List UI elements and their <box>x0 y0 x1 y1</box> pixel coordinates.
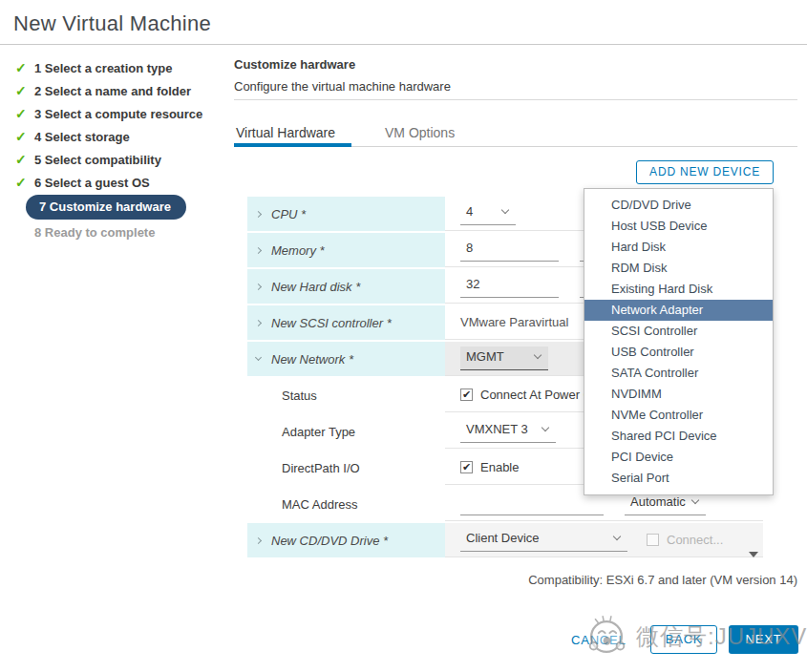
mac-mode-value: Automatic <box>630 494 686 509</box>
menu-item-nvme-controller[interactable]: NVMe Controller <box>584 405 773 426</box>
cpu-count-value: 4 <box>466 204 473 219</box>
network-row-label-cell[interactable]: New Network * <box>247 342 445 376</box>
step-label: 3 Select a compute resource <box>34 107 202 121</box>
check-icon <box>15 129 34 144</box>
network-row-label: New Network * <box>271 352 353 367</box>
mac-address-input[interactable] <box>460 492 604 515</box>
directpath-enable-label: Enable <box>480 460 519 474</box>
adapter-type-row-label: Adapter Type <box>282 425 355 439</box>
step-6-select-guest-os[interactable]: 6 Select a guest OS <box>0 171 231 194</box>
chevron-right-icon <box>255 210 262 217</box>
check-icon <box>15 60 34 75</box>
menu-item-scsi-controller[interactable]: SCSI Controller <box>584 321 773 342</box>
memory-size-input[interactable]: 8 <box>460 238 559 262</box>
check-icon <box>15 175 34 190</box>
menu-item-nvdimm[interactable]: NVDIMM <box>584 384 773 405</box>
chevron-right-icon <box>255 246 262 253</box>
cancel-button[interactable]: CANCEL <box>571 633 626 647</box>
add-new-device-button[interactable]: ADD NEW DEVICE <box>636 160 774 184</box>
menu-item-host-usb-device[interactable]: Host USB Device <box>584 216 773 237</box>
menu-item-hard-disk[interactable]: Hard Disk <box>584 237 773 258</box>
menu-item-shared-pci-device[interactable]: Shared PCI Device <box>584 426 773 447</box>
cd-dvd-connect-label: Connect... <box>667 533 723 547</box>
menu-item-network-adapter[interactable]: Network Adapter <box>584 300 773 321</box>
back-button[interactable]: BACK <box>650 625 717 654</box>
cd-dvd-source-select[interactable]: Client Device <box>460 528 627 552</box>
chevron-down-icon <box>534 350 542 358</box>
adapter-type-row-label-cell: Adapter Type <box>247 414 445 449</box>
chevron-right-icon <box>255 319 262 326</box>
menu-item-pci-device[interactable]: PCI Device <box>584 447 773 468</box>
menu-item-serial-port[interactable]: Serial Port <box>584 468 773 489</box>
title-divider <box>0 44 807 45</box>
scsi-row-label: New SCSI controller * <box>271 316 392 330</box>
connect-at-power-on-label: Connect At Power On <box>480 388 600 402</box>
menu-item-rdm-disk[interactable]: RDM Disk <box>584 258 773 279</box>
mac-row-label-cell: MAC Address <box>247 487 445 521</box>
compatibility-text: Compatibility: ESXi 6.7 and later (VM ve… <box>528 573 797 587</box>
hard-disk-row-label-cell[interactable]: New Hard disk * <box>247 269 445 304</box>
table-row-cd-dvd: New CD/DVD Drive * Client Device Connect… <box>247 523 763 557</box>
menu-item-existing-hard-disk[interactable]: Existing Hard Disk <box>584 279 773 300</box>
new-vm-wizard-dialog: New Virtual Machine 1 Select a creation … <box>0 0 807 672</box>
step-2-select-name-folder[interactable]: 2 Select a name and folder <box>0 79 231 102</box>
cd-dvd-row-label-cell[interactable]: New CD/DVD Drive * <box>247 523 445 557</box>
adapter-type-select[interactable]: VMXNET 3 <box>460 419 556 443</box>
menu-item-usb-controller[interactable]: USB Controller <box>584 342 773 363</box>
active-tab-underline <box>234 143 351 147</box>
step-4-select-storage[interactable]: 4 Select storage <box>0 125 231 148</box>
step-7-customize-hardware[interactable]: 7 Customize hardware <box>0 195 231 220</box>
cpu-row-label-cell[interactable]: CPU * <box>247 197 445 231</box>
chevron-down-icon <box>613 532 621 539</box>
active-step-pill: 7 Customize hardware <box>26 195 186 220</box>
hard-disk-row-label: New Hard disk * <box>271 280 360 294</box>
check-icon <box>15 106 34 121</box>
menu-item-sata-controller[interactable]: SATA Controller <box>584 363 773 384</box>
panel-subheading: Configure the virtual machine hardware <box>234 79 451 94</box>
directpath-row-label: DirectPath I/O <box>282 461 360 475</box>
cpu-row-label: CPU * <box>271 207 306 221</box>
mac-row-label: MAC Address <box>282 497 357 512</box>
cd-dvd-row-label: New CD/DVD Drive * <box>271 534 388 548</box>
check-icon <box>15 83 34 98</box>
step-3-select-compute-resource[interactable]: 3 Select a compute resource <box>0 102 231 125</box>
step-8-ready-to-complete: 8 Ready to complete <box>0 220 231 243</box>
connect-at-power-on-checkbox[interactable] <box>460 388 473 401</box>
chevron-right-icon <box>255 536 262 543</box>
chevron-down-icon <box>691 495 699 503</box>
cpu-count-select[interactable]: 4 <box>460 201 516 225</box>
scrollbar-down-arrow-icon[interactable] <box>749 552 758 557</box>
step-label: 4 Select storage <box>34 130 130 144</box>
directpath-enable-checkbox[interactable] <box>460 461 473 473</box>
add-device-menu: CD/DVD Drive Host USB Device Hard Disk R… <box>584 188 774 495</box>
cd-dvd-row-value-cell: Client Device Connect... <box>445 523 763 557</box>
scsi-controller-value: VMware Paravirtual <box>460 315 568 329</box>
step-label: 8 Ready to complete <box>34 225 155 240</box>
cd-dvd-connect-checkbox <box>647 534 659 546</box>
step-label: 5 Select compatibility <box>34 153 161 167</box>
chevron-right-icon <box>255 283 262 289</box>
tab-vm-options[interactable]: VM Options <box>383 125 457 146</box>
scsi-row-label-cell[interactable]: New SCSI controller * <box>247 305 445 340</box>
wizard-steps-sidebar: 1 Select a creation type 2 Select a name… <box>0 56 231 243</box>
panel-divider <box>234 99 797 100</box>
network-select[interactable]: MGMT <box>460 346 548 370</box>
network-value: MGMT <box>466 349 504 364</box>
cd-dvd-source-value: Client Device <box>466 531 540 545</box>
step-5-select-compatibility[interactable]: 5 Select compatibility <box>0 148 231 171</box>
directpath-row-label-cell: DirectPath I/O <box>247 451 445 485</box>
next-button[interactable]: NEXT <box>729 625 798 654</box>
menu-item-cd-dvd-drive[interactable]: CD/DVD Drive <box>584 195 773 216</box>
status-row-label: Status <box>282 388 317 403</box>
chevron-down-icon <box>501 205 509 213</box>
memory-row-label-cell[interactable]: Memory * <box>247 233 445 267</box>
status-row-label-cell: Status <box>247 378 445 412</box>
step-1-select-creation-type[interactable]: 1 Select a creation type <box>0 56 231 79</box>
chevron-down-icon <box>255 353 262 360</box>
panel-heading: Customize hardware <box>234 57 355 72</box>
memory-row-label: Memory * <box>271 243 325 258</box>
check-icon <box>15 152 34 167</box>
hard-disk-size-input[interactable]: 32 <box>460 274 559 298</box>
step-label: 1 Select a creation type <box>34 61 173 75</box>
page-title: New Virtual Machine <box>13 11 211 36</box>
